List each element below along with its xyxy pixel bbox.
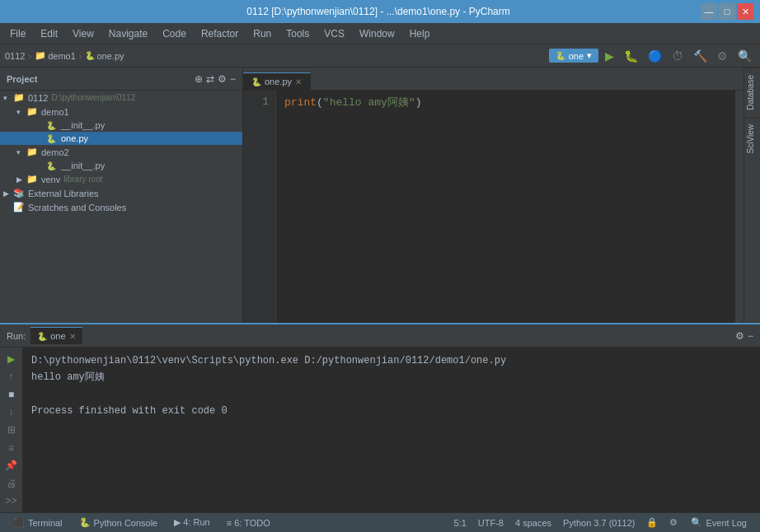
window-title: 0112 [D:\pythonwenjian\0112] - ...\demo1… [56,6,701,17]
tree-item-extlibs[interactable]: ▶ 📚 External Libraries [0,186,242,200]
todo-status-label: ≡ 6: TODO [227,518,270,528]
rerun-button[interactable]: ▶ [2,351,21,367]
tab-close-icon[interactable]: ✕ [295,77,302,86]
run-panel-body: ▶ ↑ ■ ↓ ⊞ ≡ 📌 🖨 >> D:\pythonwenjian\0112… [0,348,760,512]
output-line-2: hello amy阿姨 [31,370,752,385]
menu-file[interactable]: File [3,26,32,41]
settings-icon[interactable]: ⚙ [218,73,227,85]
tree-item-demo2[interactable]: ▾ 📁 demo2 [0,145,242,159]
debug-button[interactable]: 🐛 [621,48,641,64]
menu-window[interactable]: Window [353,26,401,41]
settings-small-icon: ⚙ [664,517,683,528]
py-icon-init2: 🐍 [46,161,59,170]
run-label: Run: [7,331,26,341]
editor-scrollbar[interactable] [735,91,744,323]
tree-item-onepy[interactable]: 🐍 one.py [0,132,242,145]
terminal-button[interactable]: ⬛ Terminal [7,513,69,533]
menu-bar: File Edit View Navigate Code Refactor Ru… [0,23,760,44]
title-bar: 0112 [D:\pythonwenjian\0112] - ...\demo1… [0,0,760,23]
build-button[interactable]: 🔨 [690,48,711,64]
menu-refactor[interactable]: Refactor [195,26,245,41]
editor-tabs: 🐍 one.py ✕ [243,68,744,91]
run-button[interactable]: ▶ [602,48,617,64]
python-console-icon: 🐍 [79,517,91,528]
python-console-button[interactable]: 🐍 Python Console [73,513,165,533]
stop-button[interactable]: ■ [2,386,21,403]
run-status-label: ▶ 4: Run [174,517,209,528]
code-string: "hello amy阿姨" [323,95,415,112]
toolbar-settings[interactable]: ⚙ [714,48,731,64]
run-tab-close[interactable]: ✕ [69,332,76,341]
todo-tab-status[interactable]: ≡ 6: TODO [220,513,277,533]
output-line-3 [31,386,752,402]
run-tab-status[interactable]: ▶ 4: Run [167,513,216,533]
tree-item-0112[interactable]: ▾ 📁 0112 D:\pythonwenjian\0112 [0,91,242,105]
run-view-button[interactable]: ⊞ [2,422,21,438]
event-log-label: Event Log [706,518,747,528]
run-config-arrow: ▾ [587,50,592,61]
python-version: Python 3.7 (0112) [558,518,640,528]
run-more-button[interactable]: >> [2,493,21,510]
minimize-panel-icon[interactable]: − [230,73,236,85]
menu-run[interactable]: Run [246,26,278,41]
close-button[interactable]: ✕ [737,3,753,20]
nav-bar: 0112 › 📁 demo1 › 🐍 one.py 🐍 one ▾ ▶ 🐛 🔵 … [0,44,760,68]
tree-item-demo1[interactable]: ▾ 📁 demo1 [0,105,242,119]
search-everywhere-button[interactable]: 🔍 [734,48,755,64]
right-tab-sciview[interactable]: SciView [744,117,761,160]
py-icon-onepy: 🐍 [46,134,59,143]
event-log-button[interactable]: 🔍 Event Log [684,513,753,533]
breadcrumb-onepy[interactable]: one.py [96,51,124,61]
run-list-button[interactable]: ≡ [2,440,21,456]
status-right: 5:1 UTF-8 4 spaces Python 3.7 (0112) 🔒 ⚙… [449,513,754,533]
run-panel-header: Run: 🐍 one ✕ ⚙ − [0,324,760,348]
menu-navigate[interactable]: Navigate [102,26,154,41]
arrow-demo1: ▾ [16,108,26,116]
menu-view[interactable]: View [66,26,101,41]
lock-icon: 🔒 [641,517,663,528]
tree-item-init1[interactable]: 🐍 __init__.py [0,119,242,132]
editor-code-area[interactable]: print("hello amy阿姨") [276,91,735,323]
run-pin-button[interactable]: 📌 [2,457,21,474]
breadcrumb-demo1[interactable]: demo1 [48,51,76,61]
menu-code[interactable]: Code [156,26,193,41]
run-minimize-icon[interactable]: − [748,330,753,342]
tree-item-init2[interactable]: 🐍 __init__.py [0,159,242,172]
right-tab-database[interactable]: Database [744,68,761,117]
editor-inner: 1 print("hello amy阿姨") [243,91,744,323]
code-paren-open: ( [317,95,323,112]
scroll-down-button[interactable]: ↓ [2,404,21,421]
add-icon[interactable]: ⊕ [195,73,203,85]
scroll-up-button[interactable]: ↑ [2,369,21,385]
tree-label-demo2: demo2 [41,147,69,157]
breadcrumb-sep-2: › [79,51,82,61]
folder-icon-demo1: 📁 [26,106,40,117]
menu-vcs[interactable]: VCS [317,26,351,41]
run-panel: Run: 🐍 one ✕ ⚙ − ▶ ↑ ■ ↓ ⊞ ≡ 📌 🖨 >> D:\p… [0,323,760,512]
tree-item-venv[interactable]: ▶ 📁 venv library root [0,172,242,186]
run-settings-icon[interactable]: ⚙ [735,330,744,342]
tree-extra-venv: library root [63,175,102,184]
coverage-button[interactable]: 🔵 [645,48,665,64]
run-tab-one[interactable]: 🐍 one ✕ [30,327,82,344]
right-sidebar: Database SciView [744,68,760,323]
profile-button[interactable]: ⏱ [669,48,687,64]
menu-edit[interactable]: Edit [34,26,64,41]
minimize-button[interactable]: — [701,3,717,20]
run-config-dropdown[interactable]: 🐍 one ▾ [549,49,598,63]
tree-label-extlibs: External Libraries [28,189,99,198]
tab-onepy[interactable]: 🐍 one.py ✕ [243,72,311,90]
arrow-0112: ▾ [3,94,13,102]
sidebar-tools: ⊕ ⇄ ⚙ − [195,73,236,85]
tree-item-scratches[interactable]: 📝 Scratches and Consoles [0,200,242,214]
maximize-button[interactable]: □ [719,3,735,20]
breadcrumb-root[interactable]: 0112 [5,51,25,61]
run-print-button[interactable]: 🖨 [2,475,21,492]
code-print-kw: print [284,95,317,112]
menu-tools[interactable]: Tools [279,26,316,41]
output-line-1: D:\pythonwenjian\0112\venv\Scripts\pytho… [31,353,752,369]
sync-icon[interactable]: ⇄ [206,73,214,85]
arrow-venv: ▶ [16,175,26,184]
menu-help[interactable]: Help [403,26,437,41]
tree-label-init1: __init__.py [61,120,105,130]
